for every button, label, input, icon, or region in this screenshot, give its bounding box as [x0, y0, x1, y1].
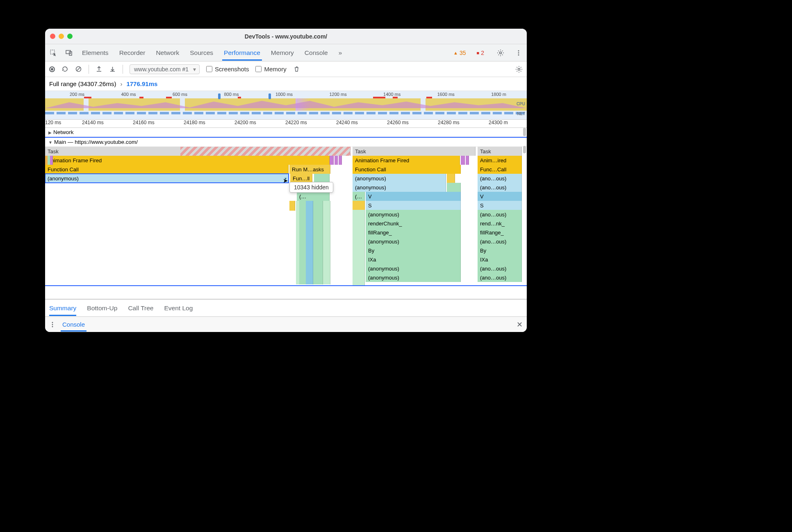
flame-event-selected[interactable]: (anonymous)▾ — [45, 174, 289, 183]
flame-event[interactable]: (anonymous) — [366, 210, 461, 219]
flame-event[interactable] — [335, 156, 338, 165]
flame-event[interactable] — [330, 156, 334, 165]
flame-event[interactable]: fillRange_ — [366, 228, 461, 237]
tab-memory[interactable]: Memory — [269, 45, 296, 61]
flame-event[interactable]: (anonymous) — [366, 264, 461, 273]
flame-event[interactable] — [466, 156, 469, 165]
flame-event[interactable] — [289, 201, 295, 211]
flame-event[interactable]: (ano…ous) — [478, 273, 522, 282]
flame-event[interactable]: S — [478, 201, 522, 210]
flame-event[interactable]: (anonymous) — [353, 183, 446, 192]
tab-console[interactable]: Console — [303, 45, 330, 61]
flame-event[interactable]: S — [366, 201, 461, 210]
tab-network[interactable]: Network — [154, 45, 181, 61]
network-track-header[interactable]: ▶Network — [45, 128, 527, 137]
flame-event[interactable] — [353, 201, 365, 210]
garbage-collect-icon[interactable] — [293, 66, 300, 73]
btab-summary[interactable]: Summary — [49, 300, 76, 316]
flame-event[interactable]: V — [478, 192, 522, 201]
clear-icon[interactable] — [75, 66, 82, 73]
current-range[interactable]: 1776.91ms — [126, 80, 157, 87]
flame-event[interactable]: Animation Frame Fired — [45, 156, 330, 165]
tab-recorder[interactable]: Recorder — [118, 45, 147, 61]
flame-chart[interactable]: Task Animation Frame Fired Function Call… — [45, 147, 527, 285]
settings-icon[interactable] — [496, 49, 505, 57]
svg-line-8 — [77, 67, 80, 71]
hidden-count-tooltip: 10343 hidden — [289, 182, 333, 193]
main-track-header[interactable]: ▼Main — https://www.youtube.com/ — [45, 138, 527, 147]
scrollbar-thumb[interactable] — [523, 146, 526, 153]
flame-event[interactable]: IXa — [366, 255, 461, 264]
btab-calltree[interactable]: Call Tree — [128, 300, 153, 316]
flame-event[interactable]: Animation Frame Fired — [353, 156, 460, 165]
drawer-tab-console[interactable]: Console — [61, 318, 86, 332]
capture-settings-icon[interactable] — [515, 66, 523, 73]
btab-eventlog[interactable]: Event Log — [164, 300, 193, 316]
flame-event[interactable]: Function Call — [353, 165, 461, 174]
flame-event[interactable] — [50, 156, 53, 165]
flame-event[interactable]: Anim…ired — [478, 156, 522, 165]
flame-event[interactable] — [461, 156, 465, 165]
inspect-element-icon[interactable] — [49, 49, 57, 57]
flame-event[interactable]: rend…nk_ — [478, 219, 522, 228]
btab-bottomup[interactable]: Bottom-Up — [87, 300, 117, 316]
flame-event[interactable]: Run M…asks — [289, 165, 330, 174]
flame-event[interactable]: By — [366, 246, 461, 255]
screenshots-checkbox[interactable]: Screenshots — [206, 66, 249, 73]
recording-select[interactable]: www.youtube.com #1 — [130, 64, 200, 74]
reload-record-icon[interactable] — [61, 66, 68, 73]
download-icon[interactable] — [109, 66, 116, 73]
flame-event[interactable]: (ano…ous) — [478, 210, 522, 219]
device-toolbar-icon[interactable] — [65, 49, 73, 57]
record-button[interactable] — [49, 66, 55, 72]
flame-event[interactable]: (… — [297, 192, 330, 201]
flame-event[interactable] — [339, 156, 342, 165]
flame-event[interactable] — [447, 183, 461, 192]
timeline-overview[interactable]: 200 ms 400 ms 600 ms 800 ms 1000 ms 1200… — [45, 91, 527, 120]
close-drawer-icon[interactable]: ✕ — [517, 320, 523, 329]
full-range-label[interactable]: Full range (34307.26ms) — [49, 80, 116, 87]
flame-event[interactable]: By — [478, 246, 522, 255]
range-handle-left[interactable] — [218, 93, 221, 99]
flame-task[interactable]: Task — [478, 147, 522, 156]
flame-event[interactable]: Function Call — [45, 165, 289, 174]
flame-event[interactable] — [314, 174, 330, 183]
overview-tick: 1200 ms — [329, 92, 346, 97]
tab-performance[interactable]: Performance — [222, 45, 262, 61]
flame-event[interactable]: (ano…ous) — [478, 237, 522, 246]
flame-event[interactable]: (ano…ous) — [478, 174, 522, 183]
flame-event[interactable]: Func…Call — [478, 165, 522, 174]
upload-icon[interactable] — [96, 66, 102, 73]
flame-event[interactable]: (… — [353, 192, 365, 201]
svg-point-10 — [52, 322, 53, 323]
flame-event[interactable]: renderChunk_ — [366, 219, 461, 228]
triangle-down-icon: ▼ — [48, 140, 52, 145]
overview-tick: 1800 m — [491, 92, 506, 97]
memory-checkbox[interactable]: Memory — [255, 66, 286, 73]
flame-event[interactable]: Fun…ll — [290, 174, 312, 183]
ruler-tick: 24180 ms — [184, 120, 234, 127]
errors-badge[interactable]: 2 — [477, 50, 484, 56]
flame-event-stack[interactable] — [353, 210, 365, 285]
flame-event[interactable]: V — [366, 192, 461, 201]
timeline-ruler[interactable]: 120 ms 24140 ms 24160 ms 24180 ms 24200 … — [45, 120, 527, 128]
flame-event[interactable]: (anonymous) — [366, 237, 461, 246]
flame-event[interactable]: (anonymous) — [353, 174, 446, 183]
range-handle-right[interactable] — [269, 93, 271, 99]
flame-event[interactable]: IXa — [478, 255, 522, 264]
tab-sources[interactable]: Sources — [188, 45, 215, 61]
flame-event[interactable]: (ano…ous) — [478, 183, 522, 192]
flame-event-stack[interactable] — [306, 201, 313, 284]
overview-tick: 1000 ms — [275, 92, 293, 97]
warnings-badge[interactable]: 35 — [453, 50, 466, 56]
kebab-menu-icon[interactable] — [49, 321, 56, 328]
flame-event[interactable]: (anonymous) — [366, 273, 461, 282]
scrollbar-thumb[interactable] — [523, 128, 526, 136]
more-tabs-button[interactable]: » — [337, 45, 344, 61]
kebab-menu-icon[interactable] — [514, 49, 523, 57]
flame-event[interactable]: (ano…ous) — [478, 264, 522, 273]
tab-elements[interactable]: Elements — [80, 45, 110, 61]
flame-event[interactable]: fillRange_ — [478, 228, 522, 237]
flame-task[interactable]: Task — [353, 147, 476, 156]
flame-event[interactable] — [447, 174, 455, 183]
